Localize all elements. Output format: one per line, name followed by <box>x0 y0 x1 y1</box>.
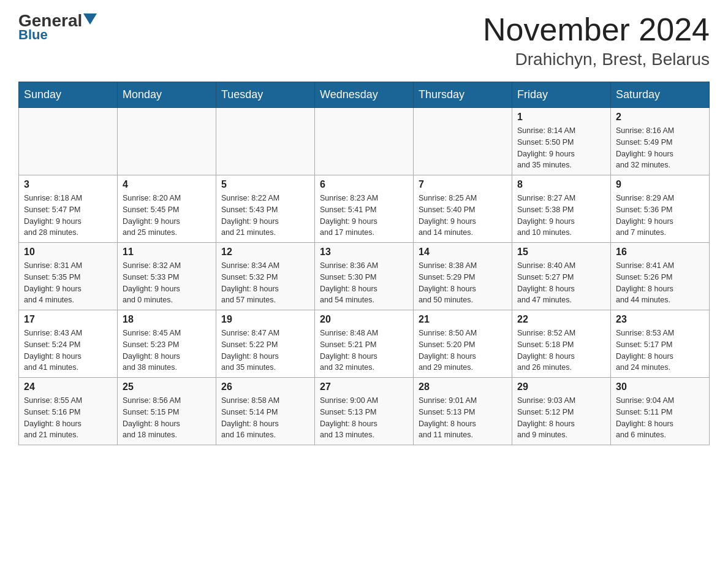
day-info: Sunrise: 8:55 AM Sunset: 5:16 PM Dayligh… <box>24 395 112 441</box>
calendar-row-3: 17Sunrise: 8:43 AM Sunset: 5:24 PM Dayli… <box>19 310 710 378</box>
calendar-cell-1-1: 4Sunrise: 8:20 AM Sunset: 5:45 PM Daylig… <box>118 175 216 243</box>
calendar-cell-2-1: 11Sunrise: 8:32 AM Sunset: 5:33 PM Dayli… <box>118 243 216 310</box>
day-number: 15 <box>517 247 605 258</box>
calendar-cell-0-6: 2Sunrise: 8:16 AM Sunset: 5:49 PM Daylig… <box>611 108 710 175</box>
day-number: 3 <box>24 179 112 190</box>
calendar-row-0: 1Sunrise: 8:14 AM Sunset: 5:50 PM Daylig… <box>19 108 710 175</box>
day-info: Sunrise: 8:40 AM Sunset: 5:27 PM Dayligh… <box>517 260 605 306</box>
calendar-cell-1-2: 5Sunrise: 8:22 AM Sunset: 5:43 PM Daylig… <box>216 175 315 243</box>
calendar-cell-2-4: 14Sunrise: 8:38 AM Sunset: 5:29 PM Dayli… <box>414 243 512 310</box>
day-number: 17 <box>24 314 112 325</box>
day-number: 30 <box>616 381 704 393</box>
calendar-cell-3-6: 23Sunrise: 8:53 AM Sunset: 5:17 PM Dayli… <box>611 310 710 378</box>
day-number: 14 <box>419 247 507 258</box>
calendar-cell-2-2: 12Sunrise: 8:34 AM Sunset: 5:32 PM Dayli… <box>216 243 315 310</box>
day-number: 1 <box>517 112 605 123</box>
calendar-cell-4-5: 29Sunrise: 9:03 AM Sunset: 5:12 PM Dayli… <box>512 378 611 445</box>
calendar-cell-3-2: 19Sunrise: 8:47 AM Sunset: 5:22 PM Dayli… <box>216 310 315 378</box>
day-number: 8 <box>517 179 605 190</box>
day-number: 21 <box>419 314 507 325</box>
day-number: 27 <box>320 381 408 393</box>
day-info: Sunrise: 9:04 AM Sunset: 5:11 PM Dayligh… <box>616 395 704 441</box>
header-friday: Friday <box>512 82 611 108</box>
calendar-cell-4-4: 28Sunrise: 9:01 AM Sunset: 5:13 PM Dayli… <box>414 378 512 445</box>
day-info: Sunrise: 8:20 AM Sunset: 5:45 PM Dayligh… <box>123 193 211 239</box>
day-number: 9 <box>616 179 704 190</box>
calendar-cell-0-1 <box>118 108 216 175</box>
svg-marker-0 <box>83 13 97 25</box>
day-info: Sunrise: 8:16 AM Sunset: 5:49 PM Dayligh… <box>616 125 704 171</box>
day-number: 28 <box>419 381 507 393</box>
calendar-cell-4-3: 27Sunrise: 9:00 AM Sunset: 5:13 PM Dayli… <box>315 378 414 445</box>
day-info: Sunrise: 9:01 AM Sunset: 5:13 PM Dayligh… <box>419 395 507 441</box>
day-info: Sunrise: 8:36 AM Sunset: 5:30 PM Dayligh… <box>320 260 408 306</box>
calendar-cell-3-4: 21Sunrise: 8:50 AM Sunset: 5:20 PM Dayli… <box>414 310 512 378</box>
calendar-cell-0-3 <box>315 108 414 175</box>
calendar-cell-1-3: 6Sunrise: 8:23 AM Sunset: 5:41 PM Daylig… <box>315 175 414 243</box>
day-number: 25 <box>123 381 211 393</box>
day-info: Sunrise: 8:18 AM Sunset: 5:47 PM Dayligh… <box>24 193 112 239</box>
logo: General Blue <box>18 12 97 43</box>
logo-triangle-icon <box>83 13 97 27</box>
calendar-cell-4-2: 26Sunrise: 8:58 AM Sunset: 5:14 PM Dayli… <box>216 378 315 445</box>
day-number: 6 <box>320 179 408 190</box>
day-number: 4 <box>123 179 211 190</box>
calendar-cell-0-5: 1Sunrise: 8:14 AM Sunset: 5:50 PM Daylig… <box>512 108 611 175</box>
day-number: 16 <box>616 247 704 258</box>
day-info: Sunrise: 8:38 AM Sunset: 5:29 PM Dayligh… <box>419 260 507 306</box>
calendar-cell-1-4: 7Sunrise: 8:25 AM Sunset: 5:40 PM Daylig… <box>414 175 512 243</box>
header-tuesday: Tuesday <box>216 82 315 108</box>
day-info: Sunrise: 8:56 AM Sunset: 5:15 PM Dayligh… <box>123 395 211 441</box>
calendar-cell-2-5: 15Sunrise: 8:40 AM Sunset: 5:27 PM Dayli… <box>512 243 611 310</box>
day-info: Sunrise: 8:27 AM Sunset: 5:38 PM Dayligh… <box>517 193 605 239</box>
calendar-title: November 2024 <box>483 12 710 47</box>
calendar-cell-1-6: 9Sunrise: 8:29 AM Sunset: 5:36 PM Daylig… <box>611 175 710 243</box>
day-info: Sunrise: 8:23 AM Sunset: 5:41 PM Dayligh… <box>320 193 408 239</box>
calendar-cell-2-0: 10Sunrise: 8:31 AM Sunset: 5:35 PM Dayli… <box>19 243 118 310</box>
day-number: 22 <box>517 314 605 325</box>
calendar-row-2: 10Sunrise: 8:31 AM Sunset: 5:35 PM Dayli… <box>19 243 710 310</box>
day-info: Sunrise: 8:32 AM Sunset: 5:33 PM Dayligh… <box>123 260 211 306</box>
header-monday: Monday <box>118 82 216 108</box>
header-wednesday: Wednesday <box>315 82 414 108</box>
day-info: Sunrise: 8:22 AM Sunset: 5:43 PM Dayligh… <box>221 193 309 239</box>
calendar-cell-0-2 <box>216 108 315 175</box>
day-info: Sunrise: 8:29 AM Sunset: 5:36 PM Dayligh… <box>616 193 704 239</box>
calendar-cell-4-6: 30Sunrise: 9:04 AM Sunset: 5:11 PM Dayli… <box>611 378 710 445</box>
day-info: Sunrise: 8:41 AM Sunset: 5:26 PM Dayligh… <box>616 260 704 306</box>
calendar-cell-1-5: 8Sunrise: 8:27 AM Sunset: 5:38 PM Daylig… <box>512 175 611 243</box>
calendar-cell-3-1: 18Sunrise: 8:45 AM Sunset: 5:23 PM Dayli… <box>118 310 216 378</box>
day-info: Sunrise: 9:03 AM Sunset: 5:12 PM Dayligh… <box>517 395 605 441</box>
day-number: 19 <box>221 314 309 325</box>
header-thursday: Thursday <box>414 82 512 108</box>
calendar-cell-2-3: 13Sunrise: 8:36 AM Sunset: 5:30 PM Dayli… <box>315 243 414 310</box>
day-number: 11 <box>123 247 211 258</box>
calendar-cell-3-5: 22Sunrise: 8:52 AM Sunset: 5:18 PM Dayli… <box>512 310 611 378</box>
calendar-cell-3-3: 20Sunrise: 8:48 AM Sunset: 5:21 PM Dayli… <box>315 310 414 378</box>
day-info: Sunrise: 8:48 AM Sunset: 5:21 PM Dayligh… <box>320 327 408 373</box>
weekday-header-row: Sunday Monday Tuesday Wednesday Thursday… <box>19 82 710 108</box>
day-number: 20 <box>320 314 408 325</box>
day-info: Sunrise: 8:25 AM Sunset: 5:40 PM Dayligh… <box>419 193 507 239</box>
day-number: 5 <box>221 179 309 190</box>
calendar-row-1: 3Sunrise: 8:18 AM Sunset: 5:47 PM Daylig… <box>19 175 710 243</box>
calendar-subtitle: Drahichyn, Brest, Belarus <box>483 50 710 69</box>
page-header: General Blue November 2024 Drahichyn, Br… <box>18 12 710 69</box>
day-info: Sunrise: 8:52 AM Sunset: 5:18 PM Dayligh… <box>517 327 605 373</box>
day-info: Sunrise: 8:45 AM Sunset: 5:23 PM Dayligh… <box>123 327 211 373</box>
day-number: 23 <box>616 314 704 325</box>
day-info: Sunrise: 8:14 AM Sunset: 5:50 PM Dayligh… <box>517 125 605 171</box>
day-info: Sunrise: 8:31 AM Sunset: 5:35 PM Dayligh… <box>24 260 112 306</box>
header-saturday: Saturday <box>611 82 710 108</box>
day-info: Sunrise: 8:58 AM Sunset: 5:14 PM Dayligh… <box>221 395 309 441</box>
day-info: Sunrise: 9:00 AM Sunset: 5:13 PM Dayligh… <box>320 395 408 441</box>
day-number: 13 <box>320 247 408 258</box>
day-number: 10 <box>24 247 112 258</box>
day-number: 26 <box>221 381 309 393</box>
calendar-cell-1-0: 3Sunrise: 8:18 AM Sunset: 5:47 PM Daylig… <box>19 175 118 243</box>
calendar-row-4: 24Sunrise: 8:55 AM Sunset: 5:16 PM Dayli… <box>19 378 710 445</box>
calendar-table: Sunday Monday Tuesday Wednesday Thursday… <box>18 82 710 445</box>
calendar-cell-4-0: 24Sunrise: 8:55 AM Sunset: 5:16 PM Dayli… <box>19 378 118 445</box>
calendar-cell-0-4 <box>414 108 512 175</box>
day-info: Sunrise: 8:50 AM Sunset: 5:20 PM Dayligh… <box>419 327 507 373</box>
